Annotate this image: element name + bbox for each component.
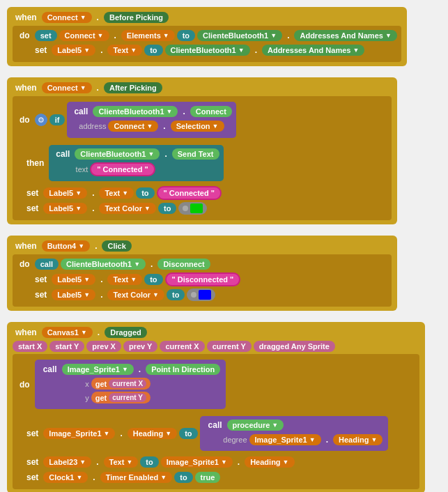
- true-value[interactable]: true: [195, 472, 221, 483]
- to-label-4c: to: [140, 456, 158, 468]
- current-x-param: current X: [160, 341, 204, 352]
- connect-component-2[interactable]: Connect: [42, 82, 92, 93]
- call-block-2: call ClienteBluetooth1 . Connect address…: [67, 102, 235, 138]
- canvas1-component[interactable]: Canvas1: [42, 327, 93, 338]
- disconnected-string[interactable]: " Disconnected ": [165, 272, 241, 286]
- to-label-3c: to: [167, 289, 185, 300]
- procedure-comp[interactable]: procedure: [227, 420, 284, 431]
- text-color-prop-2[interactable]: Text Color: [99, 203, 156, 214]
- connect-method-2: Connect: [190, 106, 232, 117]
- color-picker-blue[interactable]: [187, 289, 215, 301]
- do-section-3: do call ClienteBluetooth1 . Disconnect s…: [13, 254, 392, 307]
- set-label-4c: set: [24, 456, 41, 468]
- text-prop-2[interactable]: Text: [99, 187, 134, 199]
- call-procedure-block: call procedure degree Image_Sprite1 . He…: [200, 416, 389, 451]
- point-in-direction-method: Point In Direction: [146, 364, 220, 375]
- label5-comp-1[interactable]: Label5: [52, 45, 95, 56]
- do-section-2: do ⚙ if call ClienteBluetooth1 . Connect…: [13, 96, 392, 220]
- image-sprite1-comp-2[interactable]: Image_Sprite1: [43, 428, 115, 439]
- connect-comp-addr[interactable]: Connect: [108, 121, 158, 132]
- do-label-1: do: [17, 29, 33, 42]
- clock1-comp[interactable]: Clock1: [43, 472, 88, 483]
- to-label-1: to: [177, 30, 195, 41]
- label5-comp-3c[interactable]: Label5: [52, 289, 95, 300]
- click-event: Click: [102, 240, 131, 252]
- to-label-2c: to: [136, 187, 154, 199]
- clientebluetooth-comp-2b[interactable]: ClienteBluetooth1: [75, 148, 160, 160]
- label23-comp[interactable]: Label23: [43, 456, 91, 468]
- block-connect-before-picking: when Connect . Before Picking do set Con…: [7, 7, 407, 66]
- elements-prop-1[interactable]: Elements: [121, 30, 175, 41]
- x-param-label: x: [54, 380, 89, 388]
- get-current-y[interactable]: get current Y: [91, 392, 150, 403]
- clientebluetooth-comp-1[interactable]: ClienteBluetooth1: [197, 30, 282, 41]
- clientebluetooth-comp-3[interactable]: ClienteBluetooth1: [61, 259, 146, 270]
- after-picking-event: After Picking: [104, 82, 162, 93]
- call-label-2: call: [71, 105, 91, 118]
- call-label-4: call: [40, 363, 60, 376]
- current-y-val[interactable]: current Y: [109, 393, 146, 402]
- selection-prop[interactable]: Selection: [171, 121, 224, 132]
- get-label-x: get: [95, 380, 107, 388]
- dragged-sprite-param: dragged Any Sprite: [254, 341, 335, 352]
- heading-prop-4c[interactable]: Heading: [245, 456, 294, 468]
- addresses-names-prop-1[interactable]: Addresses And Names: [294, 30, 396, 41]
- current-x-val[interactable]: current X: [109, 379, 146, 388]
- to-label-4b: to: [179, 428, 197, 439]
- clientebluetooth-comp-2[interactable]: ClienteBluetooth1: [93, 106, 178, 117]
- button4-component[interactable]: Button4: [42, 240, 90, 252]
- do-label-4: do: [17, 378, 33, 391]
- color-picker-green[interactable]: [178, 202, 207, 215]
- current-y-param: current Y: [207, 341, 252, 352]
- get-current-x[interactable]: get current X: [91, 378, 150, 390]
- image-sprite1-comp-3[interactable]: Image_Sprite1: [249, 434, 321, 445]
- text-prop-3[interactable]: Text: [107, 274, 142, 285]
- to-label-3b: to: [144, 274, 162, 285]
- label5-comp-2d[interactable]: Label5: [43, 203, 87, 214]
- connect-component-1[interactable]: Connect: [42, 12, 92, 23]
- when-label-2: when: [13, 82, 40, 94]
- image-sprite1-comp-4[interactable]: Image_Sprite1: [161, 456, 233, 468]
- color-circle-left-b: [191, 292, 196, 298]
- disconnect-method: Disconnect: [157, 259, 210, 270]
- to-label-4d: to: [174, 472, 192, 483]
- prev-x-param: prev X: [86, 341, 121, 352]
- when-label-3: when: [13, 240, 40, 252]
- connected-string-2[interactable]: " Connected ": [157, 186, 222, 200]
- text-color-prop-3[interactable]: Text Color: [107, 289, 164, 300]
- set-label-4b: set: [24, 427, 41, 440]
- blue-swatch: [199, 290, 211, 300]
- start-y-param: start Y: [49, 341, 84, 352]
- address-param-label: address: [71, 122, 106, 130]
- set-label-2c: set: [24, 187, 41, 199]
- before-picking-event: Before Picking: [104, 12, 169, 23]
- text-prop-1[interactable]: Text: [107, 45, 142, 56]
- gear-icon-2[interactable]: ⚙: [35, 114, 47, 126]
- dragged-event: Dragged: [105, 327, 147, 338]
- call-label-2b: call: [53, 148, 72, 160]
- label5-comp-3[interactable]: Label5: [52, 274, 95, 285]
- do-section-4: do call Image_Sprite1 . Point In Directi…: [13, 354, 419, 489]
- if-label-2: if: [49, 114, 65, 125]
- call-label-3: call: [35, 259, 59, 270]
- heading-prop-4b[interactable]: Heading: [333, 434, 383, 445]
- block-connect-after-picking: when Connect . After Picking do ⚙ if cal…: [7, 77, 397, 224]
- image-sprite1-comp[interactable]: Image_Sprite1: [62, 364, 134, 375]
- connect-comp-1a[interactable]: Connect: [59, 30, 109, 41]
- heading-prop-4[interactable]: Heading: [128, 428, 177, 439]
- text-param-label: text: [53, 165, 88, 174]
- get-label-y: get: [95, 394, 107, 402]
- do-label-3: do: [17, 258, 33, 270]
- label5-comp-2[interactable]: Label5: [43, 187, 87, 199]
- addresses-names-prop-1b[interactable]: Addresses And Names: [262, 45, 364, 56]
- block-canvas1-dragged: when Canvas1 . Dragged start X start Y p…: [7, 322, 425, 492]
- set-label-1b: set: [32, 44, 49, 56]
- prev-y-param: prev Y: [123, 341, 157, 352]
- set-label-3c: set: [32, 289, 49, 301]
- text-prop-4[interactable]: Text: [104, 456, 139, 468]
- call-label-4b: call: [206, 419, 225, 431]
- connected-string-1[interactable]: " Connected ": [90, 162, 155, 176]
- timer-enabled-prop[interactable]: Timer Enabled: [100, 472, 173, 483]
- clientebluetooth-comp-1b[interactable]: ClienteBluetooth1: [165, 45, 250, 56]
- start-x-param: start X: [13, 341, 47, 352]
